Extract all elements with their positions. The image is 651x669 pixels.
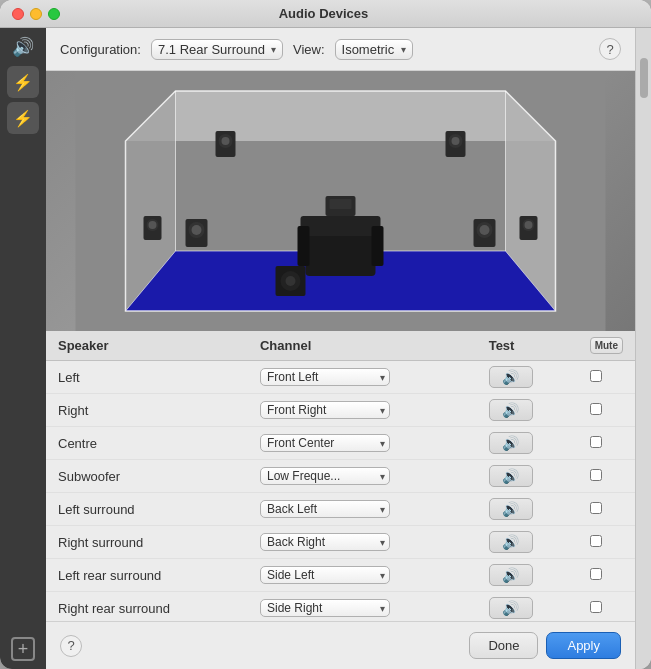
mute-column-header: Mute <box>578 331 635 361</box>
test-cell: 🔊 <box>477 559 578 592</box>
test-cell: 🔊 <box>477 361 578 394</box>
audio-devices-window: Audio Devices 🔊 ⚡ ⚡ + Configuration: <box>0 0 651 669</box>
configuration-select[interactable]: 7.1 Rear Surround 5.1 Surround 6.1 Rear … <box>158 42 267 57</box>
channel-select-wrapper[interactable]: Side Left ▾ <box>260 566 390 584</box>
channel-select-wrapper[interactable]: Back Left ▾ <box>260 500 390 518</box>
view-select[interactable]: Isometric Top Front <box>342 42 397 57</box>
mute-cell <box>578 493 635 526</box>
add-device-button[interactable]: + <box>11 637 35 661</box>
test-cell: 🔊 <box>477 460 578 493</box>
mute-checkbox-3[interactable] <box>590 469 602 481</box>
content-area: 🔊 ⚡ ⚡ + Configuration: 7.1 Rear Surround… <box>0 28 651 669</box>
table-row: Left surround Back Left ▾ 🔊 <box>46 493 635 526</box>
svg-marker-5 <box>126 91 556 141</box>
test-speaker-icon: 🔊 <box>502 600 519 616</box>
table-row: Right rear surround Side Right ▾ 🔊 <box>46 592 635 622</box>
view-select-wrapper[interactable]: Isometric Top Front ▾ <box>335 39 413 60</box>
usb-icon-2: ⚡ <box>13 109 33 128</box>
mute-checkbox-1[interactable] <box>590 403 602 415</box>
mute-cell <box>578 526 635 559</box>
channel-cell: Front Right ▾ <box>248 394 477 427</box>
speaker-cell: Left surround <box>46 493 248 526</box>
test-button-7[interactable]: 🔊 <box>489 597 533 619</box>
test-cell: 🔊 <box>477 493 578 526</box>
right-sidebar <box>635 28 651 669</box>
channel-select-0[interactable]: Front Left <box>267 370 378 384</box>
mute-checkbox-7[interactable] <box>590 601 602 613</box>
test-speaker-icon: 🔊 <box>502 468 519 484</box>
configuration-chevron-icon: ▾ <box>271 44 276 55</box>
channel-chevron-icon: ▾ <box>380 603 385 614</box>
view-label: View: <box>293 42 325 57</box>
channel-chevron-icon: ▾ <box>380 570 385 581</box>
speaker-cell: Subwoofer <box>46 460 248 493</box>
channel-select-wrapper[interactable]: Front Right ▾ <box>260 401 390 419</box>
usb-device-2[interactable]: ⚡ <box>7 102 39 134</box>
usb-icon-1: ⚡ <box>13 73 33 92</box>
test-cell: 🔊 <box>477 592 578 622</box>
test-cell: 🔊 <box>477 394 578 427</box>
scrollbar-thumb[interactable] <box>640 58 648 98</box>
test-column-header: Test <box>477 331 578 361</box>
mute-checkbox-6[interactable] <box>590 568 602 580</box>
speaker-cell: Centre <box>46 427 248 460</box>
usb-device-1[interactable]: ⚡ <box>7 66 39 98</box>
mute-cell <box>578 394 635 427</box>
table-row: Right Front Right ▾ 🔊 <box>46 394 635 427</box>
mute-button[interactable]: Mute <box>590 337 623 354</box>
channel-select-wrapper[interactable]: Side Right ▾ <box>260 599 390 617</box>
channel-select-7[interactable]: Side Right <box>267 601 378 615</box>
mute-cell <box>578 361 635 394</box>
test-button-6[interactable]: 🔊 <box>489 564 533 586</box>
channel-select-wrapper[interactable]: Front Left ▾ <box>260 368 390 386</box>
speaker-cell: Left <box>46 361 248 394</box>
table-row: Left Front Left ▾ 🔊 <box>46 361 635 394</box>
speaker-column-header: Speaker <box>46 331 248 361</box>
speaker-cell: Right surround <box>46 526 248 559</box>
speaker-cell: Left rear surround <box>46 559 248 592</box>
apply-button[interactable]: Apply <box>546 632 621 659</box>
channel-select-2[interactable]: Front Center <box>267 436 378 450</box>
channel-select-5[interactable]: Back Right <box>267 535 378 549</box>
mute-checkbox-4[interactable] <box>590 502 602 514</box>
configuration-select-wrapper[interactable]: 7.1 Rear Surround 5.1 Surround 6.1 Rear … <box>151 39 283 60</box>
mute-cell <box>578 427 635 460</box>
channel-select-wrapper[interactable]: Low Freque... ▾ <box>260 467 390 485</box>
channel-select-wrapper[interactable]: Back Right ▾ <box>260 533 390 551</box>
test-button-3[interactable]: 🔊 <box>489 465 533 487</box>
channel-select-6[interactable]: Side Left <box>267 568 378 582</box>
test-button-1[interactable]: 🔊 <box>489 399 533 421</box>
svg-point-32 <box>149 221 157 229</box>
mute-cell <box>578 559 635 592</box>
mute-checkbox-0[interactable] <box>590 370 602 382</box>
speaker-icon: 🔊 <box>12 36 34 58</box>
test-cell: 🔊 <box>477 427 578 460</box>
main-panel: Configuration: 7.1 Rear Surround 5.1 Sur… <box>46 28 635 669</box>
table-row: Right surround Back Right ▾ 🔊 <box>46 526 635 559</box>
channel-select-1[interactable]: Front Right <box>267 403 378 417</box>
add-icon: + <box>18 640 29 658</box>
test-speaker-icon: 🔊 <box>502 534 519 550</box>
help-button[interactable]: ? <box>60 635 82 657</box>
test-speaker-icon: 🔊 <box>502 402 519 418</box>
done-button[interactable]: Done <box>469 632 538 659</box>
channel-select-3[interactable]: Low Freque... <box>267 469 378 483</box>
channel-select-wrapper[interactable]: Front Center ▾ <box>260 434 390 452</box>
mute-checkbox-2[interactable] <box>590 436 602 448</box>
channel-cell: Side Left ▾ <box>248 559 477 592</box>
toolbar-help-button[interactable]: ? <box>599 38 621 60</box>
mute-cell <box>578 592 635 622</box>
channel-cell: Back Left ▾ <box>248 493 477 526</box>
svg-point-26 <box>222 137 230 145</box>
test-button-2[interactable]: 🔊 <box>489 432 533 454</box>
test-button-0[interactable]: 🔊 <box>489 366 533 388</box>
channel-select-4[interactable]: Back Left <box>267 502 378 516</box>
svg-rect-15 <box>372 226 384 266</box>
channel-chevron-icon: ▾ <box>380 537 385 548</box>
configuration-label: Configuration: <box>60 42 141 57</box>
channel-cell: Back Right ▾ <box>248 526 477 559</box>
test-button-5[interactable]: 🔊 <box>489 531 533 553</box>
mute-checkbox-5[interactable] <box>590 535 602 547</box>
svg-rect-13 <box>301 216 381 236</box>
test-button-4[interactable]: 🔊 <box>489 498 533 520</box>
